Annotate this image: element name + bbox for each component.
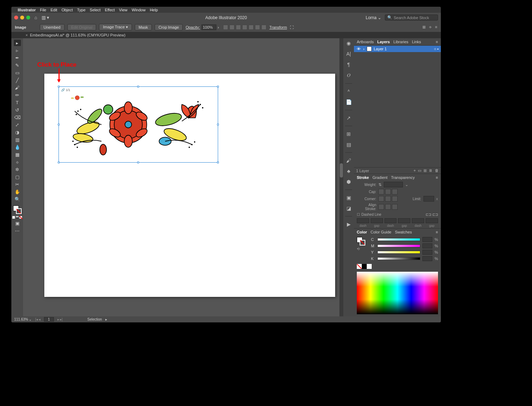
color-mode-none[interactable] — [19, 216, 22, 219]
new-sublayer-icon[interactable]: ⊞ — [423, 168, 427, 173]
color-spectrum[interactable] — [357, 272, 438, 314]
swap-colors-icon[interactable]: ⟲ — [354, 247, 368, 251]
direct-selection-tool[interactable]: ▹ — [14, 47, 21, 53]
graphic-styles-icon[interactable]: ▣ — [347, 195, 351, 201]
type-tool[interactable]: T — [14, 99, 21, 106]
dashed-checkbox[interactable]: ☐ — [357, 213, 360, 216]
eraser-tool[interactable]: ⌫ — [14, 114, 21, 120]
panel-icon-2[interactable]: ⎆ — [429, 25, 432, 29]
home-icon[interactable]: ⌂ — [34, 15, 37, 20]
user-menu[interactable]: Lorna ⌄ — [366, 15, 381, 20]
yellow-value-input[interactable] — [422, 250, 432, 255]
brushes-panel-icon[interactable]: 🖌 — [346, 158, 351, 163]
resize-handle[interactable] — [58, 86, 60, 88]
screen-mode-tool[interactable]: ▣ — [14, 220, 21, 226]
resize-handle[interactable] — [58, 162, 60, 163]
gap-input[interactable] — [426, 218, 438, 223]
menu-file[interactable]: File — [40, 8, 46, 12]
new-layer-icon[interactable]: 🗎 — [429, 168, 433, 173]
search-adobe-stock-input[interactable]: 🔍 Search Adobe Stock — [385, 15, 438, 21]
menu-help[interactable]: Help — [150, 8, 158, 12]
mask-button[interactable]: Mask — [135, 24, 152, 30]
resize-handle[interactable] — [137, 86, 139, 88]
pencil-tool[interactable]: ✏ — [14, 92, 21, 98]
white-swatch[interactable] — [367, 264, 372, 269]
limit-input[interactable] — [423, 196, 434, 202]
layer-name[interactable]: Layer 1 — [374, 47, 432, 51]
make-clip-mask-icon[interactable]: ▭ — [418, 168, 421, 173]
line-tool[interactable]: ╱ — [14, 77, 21, 83]
zoom-dropdown[interactable]: 111.63% ⌄ — [14, 317, 32, 321]
tab-transparency[interactable]: Transparency — [391, 175, 415, 180]
menu-view[interactable]: View — [119, 8, 128, 12]
artboard-tool[interactable]: ▢ — [14, 174, 21, 180]
dash-input[interactable] — [357, 218, 369, 223]
tab-links[interactable]: Links — [412, 40, 421, 44]
visibility-toggle-icon[interactable]: 👁 — [356, 47, 361, 51]
tab-artboards[interactable]: Artboards — [357, 40, 374, 44]
opacity-input[interactable] — [201, 24, 216, 30]
last-artboard-icon[interactable]: ▸| — [60, 317, 63, 321]
scale-tool[interactable]: ⤢ — [14, 122, 21, 128]
align-hcenter-icon[interactable] — [236, 25, 241, 30]
tab-libraries[interactable]: Libraries — [393, 40, 408, 44]
black-swatch[interactable] — [362, 264, 367, 269]
rotate-tool[interactable]: ↺ — [14, 107, 21, 113]
cyan-value-input[interactable] — [422, 237, 432, 242]
symbols-panel-icon[interactable]: ♣ — [347, 168, 350, 174]
character-panel-icon[interactable]: A| — [347, 51, 351, 57]
dash-input[interactable] — [412, 218, 424, 223]
pen-tool[interactable]: ✒ — [14, 55, 21, 61]
canvas[interactable]: Click to Place 🔗 1/1 — [23, 38, 343, 316]
magenta-slider[interactable] — [377, 244, 420, 247]
tab-color-guide[interactable]: Color Guide — [371, 230, 392, 234]
export-panel-icon[interactable]: ↗ — [347, 115, 351, 121]
menu-type[interactable]: Type — [77, 8, 85, 12]
glyphs-panel-icon[interactable]: ᴬ — [348, 89, 350, 94]
fill-stroke-swatch[interactable] — [13, 205, 22, 214]
black-value-input[interactable] — [422, 256, 432, 261]
align-bottom-icon[interactable] — [261, 25, 266, 30]
artboard-nav-input[interactable]: 1 — [44, 317, 54, 322]
weight-dropdown-icon[interactable]: ⌄ — [405, 182, 408, 187]
cap-butt-icon[interactable] — [378, 189, 384, 194]
menu-select[interactable]: Select — [90, 8, 101, 12]
resize-handle[interactable] — [217, 162, 219, 163]
close-window-button[interactable] — [14, 16, 18, 19]
align-vcenter-icon[interactable] — [255, 25, 260, 30]
resize-handle[interactable] — [137, 162, 139, 163]
prev-artboard-icon[interactable]: ◂ — [39, 317, 40, 321]
app-menu[interactable]: Illustrator — [18, 8, 36, 12]
3d-panel-icon[interactable]: ⬢ — [347, 179, 351, 185]
color-mode-gradient[interactable] — [16, 216, 19, 219]
curvature-tool[interactable]: ✎ — [14, 62, 21, 68]
vertical-scrollbar[interactable] — [339, 38, 343, 316]
tab-swatches[interactable]: Swatches — [395, 230, 412, 234]
edit-toolbar-icon[interactable]: ⋯ — [14, 227, 21, 234]
panel-menu-icon[interactable]: ≡ — [436, 40, 438, 44]
align-icon[interactable] — [223, 25, 228, 30]
align-stroke-center-icon[interactable] — [378, 204, 384, 210]
weight-input[interactable] — [384, 182, 403, 187]
paintbrush-tool[interactable]: 🖌 — [14, 84, 21, 91]
menu-window[interactable]: Window — [132, 8, 145, 12]
resize-handle[interactable] — [58, 124, 60, 125]
resize-handle[interactable] — [217, 86, 219, 88]
align-left-icon[interactable] — [229, 25, 234, 30]
zoom-tool[interactable]: 🔍 — [14, 196, 21, 202]
tab-stroke[interactable]: Stroke — [357, 175, 369, 180]
tab-gradient[interactable]: Gradient — [372, 175, 387, 180]
align-panel-icon[interactable]: ⊞ — [347, 131, 351, 137]
layer-target-icon[interactable]: ○ ▪ — [434, 47, 439, 51]
cap-round-icon[interactable] — [385, 189, 391, 194]
eyedropper-tool[interactable]: 💧 — [14, 144, 21, 150]
hand-tool[interactable]: ✋ — [14, 188, 21, 195]
color-fill-stroke[interactable] — [357, 237, 365, 246]
magenta-value-input[interactable] — [422, 243, 432, 248]
panel-menu-icon[interactable]: ≡ — [436, 175, 438, 180]
yellow-slider[interactable] — [377, 251, 420, 254]
corner-miter-icon[interactable] — [378, 196, 384, 202]
stroke-swatch[interactable] — [16, 208, 22, 214]
expand-layer-icon[interactable]: › — [363, 47, 365, 51]
menu-object[interactable]: Object — [61, 8, 73, 12]
